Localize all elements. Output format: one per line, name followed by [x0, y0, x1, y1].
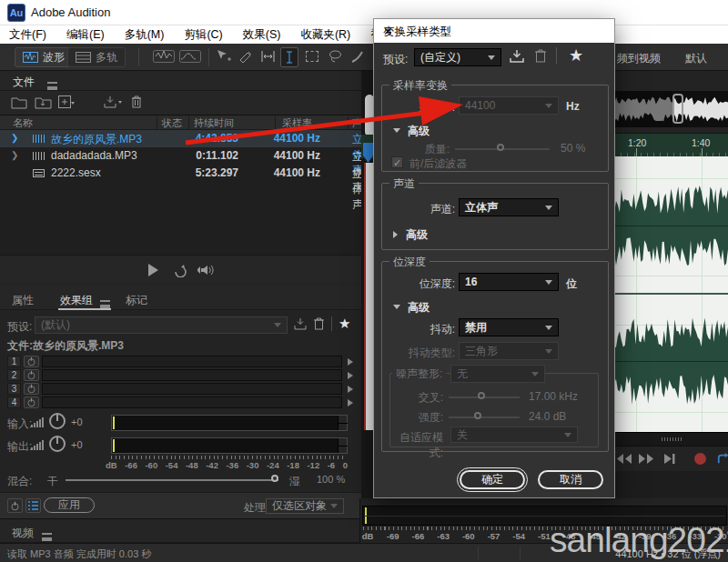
file-row-selected[interactable]: ❯ 故乡的原风景.MP3 4:42.853 44100 Hz 立体声	[0, 130, 361, 147]
new-item-icon[interactable]	[58, 95, 76, 109]
spectral-display-icon[interactable]	[179, 49, 201, 64]
loop-icon[interactable]	[717, 452, 728, 466]
file-row[interactable]: ❯ dadadadada.MP3 0:11.102 44100 Hz 立体声	[0, 147, 361, 165]
slot-well[interactable]	[42, 383, 342, 395]
strength-slider[interactable]	[449, 416, 520, 418]
menu-clip[interactable]: 剪辑(C)	[184, 27, 222, 43]
trash-icon[interactable]	[130, 95, 143, 109]
navigator-handle[interactable]	[672, 94, 683, 124]
slot-arrow-icon[interactable]	[348, 399, 353, 406]
sample-rate-select[interactable]: 44100	[459, 96, 559, 115]
dither-type-select[interactable]: 三角形	[459, 342, 559, 360]
panel-menu-icon[interactable]	[47, 82, 57, 90]
noise-shaping-select[interactable]: 无	[450, 365, 545, 383]
razor-tool-icon[interactable]	[238, 49, 254, 64]
advanced-toggle-collapsed[interactable]: 高级	[393, 227, 428, 243]
menu-multitrack[interactable]: 多轨(M)	[125, 27, 165, 43]
effects-delete-preset-icon[interactable]	[313, 316, 325, 331]
quality-slider[interactable]	[455, 148, 550, 150]
move-tool-icon[interactable]	[216, 49, 232, 64]
mix-slider[interactable]	[66, 479, 278, 481]
dialog-title-bar[interactable]: 变换采样类型 ✕	[374, 19, 614, 43]
zoom-navigator[interactable]	[614, 91, 728, 127]
col-status[interactable]: 状态	[162, 116, 182, 130]
marquee-tool-icon[interactable]	[306, 51, 318, 62]
close-icon[interactable]: ✕	[383, 25, 605, 38]
file-row[interactable]: 2222.sesx 5:23.297 44100 Hz 立体声	[0, 165, 361, 182]
slot-arrow-icon[interactable]	[348, 372, 353, 379]
video-tab[interactable]: 视频	[12, 526, 34, 541]
panel-menu-icon[interactable]	[100, 300, 110, 308]
lasso-tool-icon[interactable]	[328, 49, 343, 64]
speaker-icon[interactable]	[197, 263, 215, 277]
crossover-slider[interactable]	[449, 396, 520, 398]
col-name[interactable]: 名称	[13, 116, 33, 130]
adaptive-mode-select[interactable]: 关	[450, 427, 578, 443]
menu-effects[interactable]: 效果(S)	[243, 27, 281, 43]
waveform-display[interactable]	[614, 156, 728, 432]
bit-depth-select[interactable]: 16	[459, 273, 559, 291]
fast-forward-icon[interactable]	[638, 453, 654, 465]
row-expander-icon[interactable]: ❯	[11, 133, 18, 143]
loop-playback-icon[interactable]	[173, 263, 188, 277]
slot-power-icon[interactable]	[24, 396, 39, 408]
panel-menu-icon[interactable]	[42, 533, 52, 541]
effects-favorite-star-icon[interactable]: ★	[339, 316, 350, 332]
rack-power-icon[interactable]	[7, 498, 23, 513]
playhead-marker[interactable]	[363, 143, 373, 163]
multitrack-view-button[interactable]: 多轨	[67, 47, 126, 67]
row-expander-icon[interactable]: ❯	[11, 150, 18, 160]
slot-well[interactable]	[42, 396, 342, 408]
advanced-toggle[interactable]: 高级	[393, 300, 430, 316]
pre-post-filter-checkbox[interactable]: ✓	[391, 156, 403, 168]
import-file-icon[interactable]	[35, 96, 53, 109]
slot-arrow-icon[interactable]	[348, 386, 353, 393]
advanced-toggle[interactable]: 高级	[393, 124, 430, 139]
tab-effects-rack[interactable]: 效果组	[60, 293, 93, 308]
slot-power-icon[interactable]	[24, 356, 39, 367]
save-icon[interactable]	[103, 95, 123, 109]
tab-properties[interactable]: 属性	[12, 293, 34, 308]
slot-well[interactable]	[42, 356, 342, 367]
workspace-audio-to-video[interactable]: 频到视频	[617, 51, 661, 66]
editor-scrollbar[interactable]	[614, 432, 728, 446]
ibeam-tool-selected[interactable]	[280, 47, 298, 67]
ok-button[interactable]: 确定	[460, 470, 525, 489]
cancel-button[interactable]: 取消	[538, 470, 603, 489]
apply-button[interactable]: 应用	[44, 497, 95, 513]
workspace-default[interactable]: 默认	[685, 51, 707, 66]
dialog-save-preset-icon[interactable]	[509, 49, 525, 64]
menu-favorites[interactable]: 收藏夹(R)	[300, 27, 350, 43]
go-to-next-icon[interactable]	[663, 453, 675, 465]
brush-tool-icon[interactable]	[350, 49, 365, 64]
tab-markers[interactable]: 标记	[126, 293, 147, 308]
record-button[interactable]	[694, 453, 706, 465]
process-select[interactable]: 仅选区对象	[266, 498, 344, 514]
output-gain-knob[interactable]	[49, 436, 66, 452]
dither-select[interactable]: 禁用	[459, 318, 559, 336]
dialog-delete-preset-icon[interactable]	[534, 48, 547, 64]
rewind-icon[interactable]	[616, 453, 632, 465]
timeline-ruler[interactable]: 1:20 1:40	[614, 133, 728, 156]
files-tab[interactable]: 文件	[13, 75, 35, 90]
slot-power-icon[interactable]	[24, 369, 39, 381]
effects-save-preset-icon[interactable]	[293, 317, 308, 331]
effects-preset-select[interactable]: (默认)	[35, 316, 288, 334]
menu-edit[interactable]: 编辑(E)	[66, 27, 105, 43]
process-list-icon[interactable]	[25, 498, 41, 513]
waveform-display-icon[interactable]	[153, 49, 175, 64]
slot-power-icon[interactable]	[24, 383, 39, 395]
channels-select[interactable]: 立体声	[459, 198, 559, 216]
dialog-preset-select[interactable]: (自定义)	[414, 48, 501, 66]
col-duration[interactable]: 持续时间	[194, 116, 234, 130]
channel-divider[interactable]	[614, 293, 728, 295]
play-icon[interactable]	[148, 264, 158, 276]
waveform-view-button[interactable]: 波形	[15, 47, 73, 67]
slot-well[interactable]	[42, 369, 342, 381]
slot-arrow-icon[interactable]	[348, 358, 353, 366]
col-sample-rate[interactable]: 采样率	[282, 116, 312, 130]
input-gain-knob[interactable]	[49, 413, 66, 429]
menu-file[interactable]: 文件(F)	[9, 27, 46, 43]
dialog-favorite-star-icon[interactable]: ★	[569, 45, 583, 65]
time-selection-tool-icon[interactable]	[260, 49, 276, 64]
